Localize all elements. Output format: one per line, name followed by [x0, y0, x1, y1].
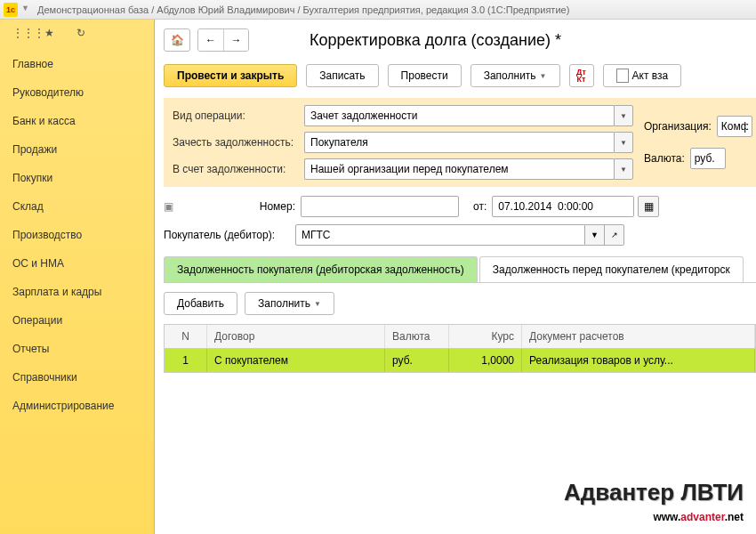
sidebar-item-warehouse[interactable]: Склад: [0, 192, 154, 221]
dt-kt-icon: ДтКт: [576, 69, 586, 83]
operation-type-dropdown[interactable]: ▼: [614, 105, 633, 126]
buyer-label: Покупатель (дебитор):: [164, 229, 295, 241]
organization-input[interactable]: [717, 116, 752, 137]
offset-debt-dropdown[interactable]: ▼: [614, 132, 633, 153]
calendar-icon: ▦: [644, 200, 654, 213]
debt-tabs: Задолженность покупателя (дебиторская за…: [164, 256, 756, 283]
post-and-close-button[interactable]: Провести и закрыть: [164, 64, 297, 87]
watermark-title: Адвантер ЛВТИ: [564, 479, 744, 506]
chevron-down-icon: ▼: [314, 300, 321, 308]
sidebar-item-operations[interactable]: Операции: [0, 306, 154, 335]
main-sidebar: ⋮⋮⋮ ★ ↻ Главное Руководителю Банк и касс…: [0, 20, 155, 534]
tab-payables[interactable]: Задолженность перед покупателем (кредито…: [479, 256, 744, 282]
sidebar-item-bank[interactable]: Банк и касса: [0, 107, 154, 135]
col-contract[interactable]: Договор: [207, 325, 385, 348]
col-n[interactable]: N: [165, 325, 207, 348]
save-button[interactable]: Записать: [306, 64, 378, 87]
calendar-button[interactable]: ▦: [638, 196, 659, 217]
sidebar-item-main[interactable]: Главное: [0, 50, 154, 78]
debt-grid: N Договор Валюта Курс Документ расчетов …: [164, 324, 756, 373]
buyer-open-button[interactable]: ↗: [605, 224, 624, 246]
watermark: Адвантер ЛВТИ www.advanter.net: [564, 479, 744, 525]
table-row[interactable]: 1 С покупателем руб. 1,0000 Реализация т…: [165, 349, 755, 372]
page-title: Корректировка долга (создание) *: [310, 31, 561, 50]
sidebar-item-purchases[interactable]: Покупки: [0, 164, 154, 192]
chevron-down-icon: ▼: [540, 72, 547, 80]
against-debt-label: В счет задолженности:: [173, 163, 304, 175]
sidebar-item-manager[interactable]: Руководителю: [0, 78, 154, 107]
col-document[interactable]: Документ расчетов: [522, 325, 755, 348]
content-area: 🏠 ← → Корректировка долга (создание) * П…: [155, 20, 756, 534]
buyer-dropdown[interactable]: ▼: [585, 224, 605, 246]
operation-type-label: Вид операции:: [173, 109, 304, 122]
operation-type-input[interactable]: [304, 105, 614, 126]
nav-forward-button[interactable]: →: [223, 29, 248, 51]
number-input[interactable]: [301, 196, 459, 217]
sidebar-item-reports[interactable]: Отчеты: [0, 335, 154, 363]
history-icon[interactable]: ↻: [76, 27, 92, 43]
document-icon: [616, 69, 629, 83]
buyer-input[interactable]: [295, 224, 585, 246]
sidebar-item-production[interactable]: Производство: [0, 221, 154, 249]
cell-n: 1: [165, 349, 207, 372]
act-button[interactable]: Акт вза: [603, 64, 682, 87]
window-titlebar: 1c ▼ Демонстрационная база / Абдулов Юри…: [0, 0, 756, 20]
fill-label: Заполнить: [484, 69, 536, 82]
app-logo-icon: 1c: [4, 3, 18, 17]
organization-label: Организация:: [644, 120, 712, 133]
cell-document: Реализация товаров и услу...: [522, 349, 755, 372]
sidebar-item-admin[interactable]: Администрирование: [0, 392, 154, 420]
add-row-button[interactable]: Добавить: [164, 292, 237, 315]
number-label: Номер:: [226, 200, 295, 213]
offset-debt-label: Зачесть задолженность:: [173, 136, 304, 149]
apps-icon[interactable]: ⋮⋮⋮: [12, 27, 28, 43]
fill-button[interactable]: Заполнить▼: [470, 64, 560, 87]
currency-input[interactable]: [690, 148, 726, 169]
act-label: Акт вза: [632, 69, 669, 82]
date-input[interactable]: [492, 196, 634, 217]
document-toolbar: Провести и закрыть Записать Провести Зап…: [164, 64, 756, 87]
currency-label: Валюта:: [644, 152, 685, 165]
nav-back-button[interactable]: ←: [198, 29, 223, 51]
debit-credit-button[interactable]: ДтКт: [569, 64, 594, 87]
cell-currency: руб.: [385, 349, 449, 372]
cell-rate: 1,0000: [449, 349, 522, 372]
fill-rows-button[interactable]: Заполнить▼: [245, 292, 334, 315]
cell-contract: С покупателем: [207, 349, 385, 372]
col-rate[interactable]: Курс: [449, 325, 522, 348]
sidebar-item-sales[interactable]: Продажи: [0, 135, 154, 164]
sidebar-item-payroll[interactable]: Зарплата и кадры: [0, 278, 154, 306]
post-button[interactable]: Провести: [388, 64, 462, 87]
home-icon: 🏠: [171, 34, 184, 46]
date-from-label: от:: [473, 200, 487, 213]
against-debt-input[interactable]: [304, 158, 614, 180]
document-status-icon: ▣: [164, 200, 181, 213]
tab-receivables[interactable]: Задолженность покупателя (дебиторская за…: [164, 256, 478, 282]
sidebar-item-assets[interactable]: ОС и НМА: [0, 249, 154, 278]
grid-header: N Договор Валюта Курс Документ расчетов: [165, 325, 755, 349]
home-button[interactable]: 🏠: [164, 28, 190, 52]
nav-group: ← →: [197, 28, 249, 52]
watermark-url: www.advanter.net: [564, 506, 744, 525]
side-fields: Организация: Валюта:: [644, 116, 752, 180]
system-dropdown-icon[interactable]: ▼: [21, 4, 34, 16]
col-currency[interactable]: Валюта: [385, 325, 449, 348]
fill-rows-label: Заполнить: [258, 297, 310, 310]
star-icon[interactable]: ★: [44, 27, 60, 43]
window-title: Демонстрационная база / Абдулов Юрий Вла…: [37, 4, 569, 15]
offset-debt-input[interactable]: [304, 132, 614, 153]
against-debt-dropdown[interactable]: ▼: [614, 158, 633, 180]
sidebar-item-catalogs[interactable]: Справочники: [0, 363, 154, 392]
